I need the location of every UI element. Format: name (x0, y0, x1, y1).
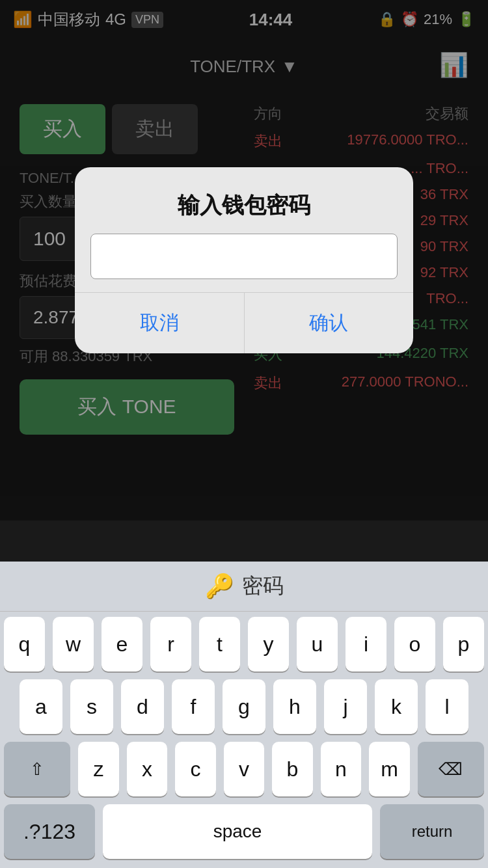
numeric-key[interactable]: .?123 (4, 804, 95, 859)
keyboard-row-3: ⇧zxcvbnm⌫ (4, 742, 484, 796)
key-y[interactable]: y (248, 617, 289, 671)
keyboard-row-1: qwertyuiop (4, 617, 484, 671)
password-modal: 输入钱包密码 取消 确认 (75, 167, 413, 353)
key-u[interactable]: u (297, 617, 338, 671)
keyboard-hint: 🔑 密码 (0, 562, 488, 612)
return-key[interactable]: return (380, 804, 484, 859)
key-e[interactable]: e (102, 617, 142, 671)
key-h[interactable]: h (273, 679, 316, 734)
keyboard-row-2: asdfghjkl (4, 679, 484, 734)
key-n[interactable]: n (321, 742, 362, 796)
key-icon: 🔑 (205, 573, 234, 600)
key-l[interactable]: l (426, 679, 468, 734)
key-w[interactable]: w (53, 617, 94, 671)
key-i[interactable]: i (346, 617, 386, 671)
key-f[interactable]: f (172, 679, 215, 734)
confirm-button[interactable]: 确认 (245, 293, 414, 353)
key-o[interactable]: o (394, 617, 435, 671)
cancel-button[interactable]: 取消 (75, 293, 245, 353)
key-g[interactable]: g (223, 679, 265, 734)
key-b[interactable]: b (272, 742, 313, 796)
key-c[interactable]: c (175, 742, 216, 796)
key-p[interactable]: p (443, 617, 484, 671)
modal-buttons: 取消 确认 (75, 292, 413, 353)
keyboard-hint-text: 密码 (242, 572, 284, 601)
keyboard-rows: qwertyuiop asdfghjkl ⇧zxcvbnm⌫ .?123spac… (0, 612, 488, 868)
key-v[interactable]: v (224, 742, 265, 796)
key-q[interactable]: q (4, 617, 45, 671)
modal-overlay: 输入钱包密码 取消 确认 (0, 0, 488, 521)
space-key[interactable]: space (103, 804, 372, 859)
key-t[interactable]: t (199, 617, 240, 671)
delete-key[interactable]: ⌫ (418, 742, 484, 796)
key-s[interactable]: s (70, 679, 113, 734)
key-x[interactable]: x (127, 742, 168, 796)
modal-title: 输入钱包密码 (75, 167, 413, 234)
key-m[interactable]: m (369, 742, 410, 796)
key-j[interactable]: j (324, 679, 367, 734)
modal-input-wrap (75, 234, 413, 292)
key-k[interactable]: k (375, 679, 418, 734)
key-d[interactable]: d (121, 679, 164, 734)
key-r[interactable]: r (150, 617, 191, 671)
keyboard-row-bottom: .?123spacereturn (4, 804, 484, 859)
key-z[interactable]: z (78, 742, 119, 796)
keyboard-area: 🔑 密码 qwertyuiop asdfghjkl ⇧zxcvbnm⌫ .?12… (0, 562, 488, 868)
key-a[interactable]: a (20, 679, 62, 734)
password-input[interactable] (90, 234, 398, 279)
shift-key[interactable]: ⇧ (4, 742, 70, 796)
